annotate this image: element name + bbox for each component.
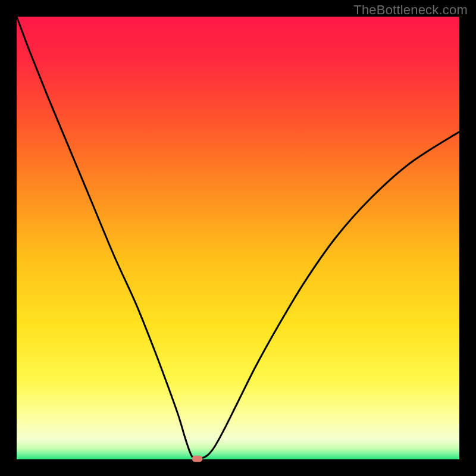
bottleneck-chart xyxy=(0,0,476,476)
watermark-text: TheBottleneck.com xyxy=(353,2,468,18)
gradient-background xyxy=(17,17,459,459)
optimal-marker xyxy=(192,456,203,462)
chart-container: TheBottleneck.com xyxy=(0,0,476,476)
